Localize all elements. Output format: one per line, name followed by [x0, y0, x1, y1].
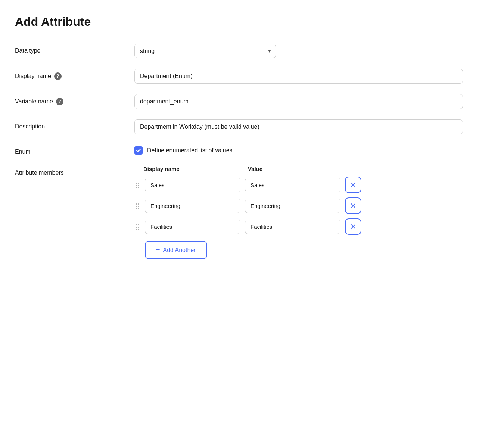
- drag-handle-icon: [134, 182, 140, 188]
- description-input[interactable]: [134, 119, 463, 134]
- data-type-row: Data type string integer boolean float d…: [15, 44, 463, 58]
- form-container: Data type string integer boolean float d…: [15, 44, 463, 259]
- enum-checkbox[interactable]: [134, 146, 143, 155]
- variable-name-help-icon[interactable]: ?: [56, 98, 63, 105]
- enum-checkbox-label: Define enumerated list of values: [147, 147, 233, 154]
- data-type-select-wrapper: string integer boolean float date ▼: [134, 44, 276, 58]
- enum-control: Define enumerated list of values: [134, 145, 463, 155]
- display-name-row: Display name ?: [15, 69, 463, 84]
- member-row: [134, 177, 463, 193]
- remove-member-button[interactable]: [345, 177, 361, 193]
- add-another-button[interactable]: + Add Another: [145, 241, 207, 259]
- x-icon: [351, 182, 356, 187]
- attribute-members-row: Attribute members Display name Value: [15, 166, 463, 259]
- member-display-name-input[interactable]: [145, 220, 240, 234]
- add-another-label: Add Another: [163, 247, 196, 253]
- member-value-input[interactable]: [245, 178, 340, 192]
- member-display-name-input[interactable]: [145, 199, 240, 213]
- member-value-input[interactable]: [245, 199, 340, 213]
- drag-handle-icon: [134, 203, 140, 209]
- checkmark-icon: [136, 148, 141, 153]
- remove-member-button[interactable]: [345, 197, 361, 214]
- display-name-help-icon[interactable]: ?: [54, 72, 62, 80]
- data-type-select[interactable]: string integer boolean float date: [134, 44, 276, 58]
- variable-name-control: [134, 94, 463, 109]
- variable-name-label: Variable name ?: [15, 94, 134, 105]
- description-label: Description: [15, 119, 134, 130]
- enum-label: Enum: [15, 145, 134, 155]
- attribute-members-area: Display name Value: [134, 166, 463, 259]
- plus-icon: +: [156, 246, 160, 254]
- enum-checkbox-row: Define enumerated list of values: [134, 145, 463, 155]
- display-name-input[interactable]: [134, 69, 463, 84]
- x-icon: [351, 203, 356, 208]
- data-type-label: Data type: [15, 44, 134, 54]
- variable-name-input[interactable]: [134, 94, 463, 109]
- attribute-members-label: Attribute members: [15, 166, 134, 176]
- display-name-label: Display name ?: [15, 69, 134, 80]
- display-name-header: Display name: [143, 166, 243, 172]
- remove-member-button[interactable]: [345, 218, 361, 235]
- drag-handle-icon: [134, 224, 140, 230]
- value-header: Value: [248, 166, 348, 172]
- page-title: Add Attribute: [15, 15, 480, 29]
- x-icon: [351, 224, 356, 229]
- members-headers: Display name Value: [134, 166, 463, 172]
- variable-name-row: Variable name ?: [15, 94, 463, 109]
- display-name-control: [134, 69, 463, 84]
- description-row: Description: [15, 119, 463, 134]
- member-display-name-input[interactable]: [145, 178, 240, 192]
- data-type-control: string integer boolean float date ▼: [134, 44, 463, 58]
- member-row: [134, 218, 463, 235]
- member-value-input[interactable]: [245, 220, 340, 234]
- member-row: [134, 197, 463, 214]
- enum-row: Enum Define enumerated list of values: [15, 145, 463, 155]
- description-control: [134, 119, 463, 134]
